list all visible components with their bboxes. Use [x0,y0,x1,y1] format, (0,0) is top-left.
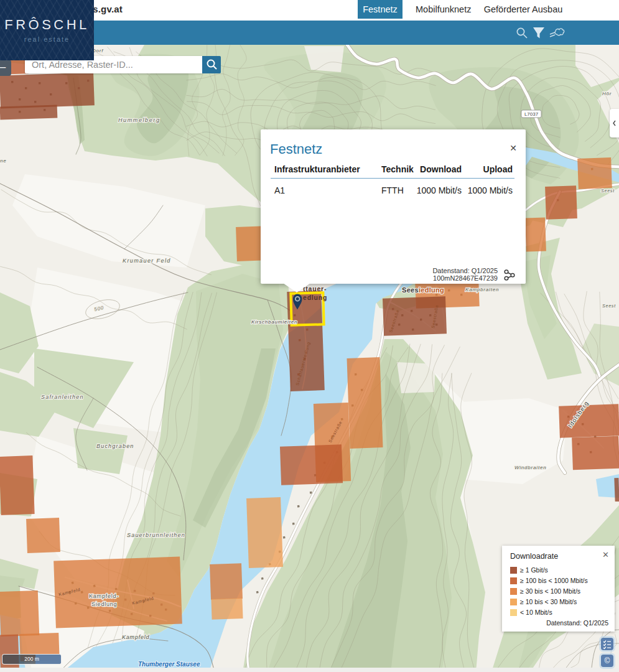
svg-text:Thumberger Stausee: Thumberger Stausee [138,661,200,668]
svg-text:edlung: edlung [303,294,327,301]
svg-text:ne: ne [0,158,7,164]
svg-text:Kampfeld-: Kampfeld- [89,593,119,599]
svg-text:Safranleithen: Safranleithen [41,394,84,400]
svg-text:Sauerbrunnleithen: Sauerbrunnleithen [127,532,185,538]
svg-text:Buchgraben: Buchgraben [96,443,134,449]
svg-text:Hör: Hör [602,91,612,96]
svg-text:Kampfeld: Kampfeld [122,634,150,640]
svg-text:Seesiedlung: Seesiedlung [402,286,444,294]
svg-text:Kirschbaumleiten: Kirschbaumleiten [251,319,297,325]
svg-text:Kampbraiten: Kampbraiten [465,287,499,292]
svg-text:Windbraiten: Windbraiten [514,465,546,470]
svg-text:Krumauer Feld: Krumauer Feld [123,258,171,264]
svg-text:Seest: Seest [601,189,615,193]
svg-text:L7037: L7037 [524,111,539,117]
svg-text:Siedlung: Siedlung [91,601,117,607]
svg-text:Seest: Seest [602,304,616,308]
svg-text:Hummelberg: Hummelberg [118,117,161,123]
